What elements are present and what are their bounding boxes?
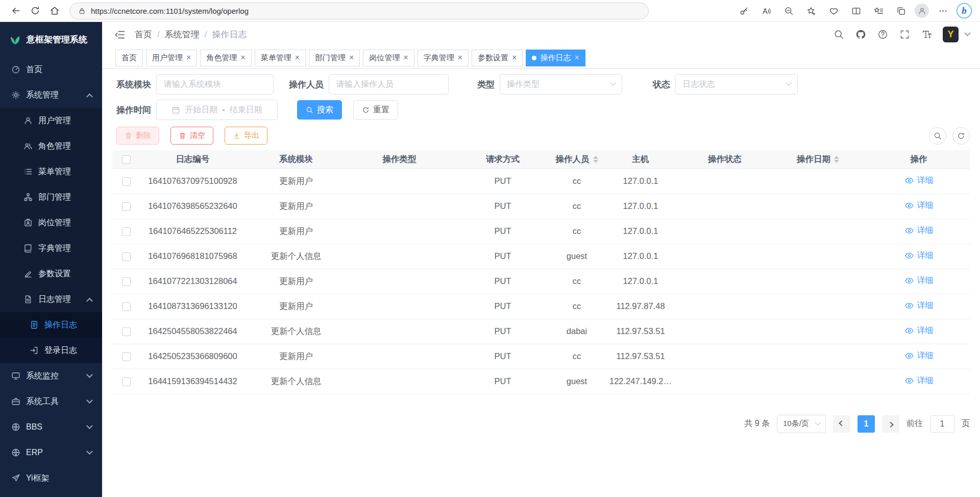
close-icon[interactable]: ×: [240, 54, 245, 62]
row-checkbox[interactable]: [122, 202, 131, 211]
next-page-button[interactable]: [882, 415, 899, 433]
chevron-down-icon[interactable]: [964, 30, 971, 36]
row-checkbox[interactable]: [122, 327, 131, 336]
type-select[interactable]: 操作类型: [500, 74, 622, 94]
collapse-sidebar-icon[interactable]: [114, 29, 126, 40]
detail-link[interactable]: 详细: [904, 175, 934, 186]
detail-link[interactable]: 详细: [904, 325, 934, 336]
date-range-picker[interactable]: 开始日期 - 结束日期: [156, 100, 278, 120]
help-icon[interactable]: [874, 26, 891, 43]
row-checkbox[interactable]: [122, 352, 131, 361]
pagination: 共 9 条 10条/页 1 前往 页: [112, 415, 970, 433]
status-select[interactable]: 日志状态: [675, 74, 798, 94]
tab-position-management[interactable]: 岗位管理×: [363, 50, 414, 66]
prev-page-button[interactable]: [833, 415, 850, 433]
more-menu-icon[interactable]: [934, 2, 951, 19]
tab-role-management[interactable]: 角色管理×: [200, 50, 251, 66]
reset-button[interactable]: 重置: [353, 100, 398, 120]
sidebar-item-menu-management[interactable]: 菜单管理: [0, 159, 102, 184]
address-bar[interactable]: https://ccnetcore.com:1101/system/log/op…: [69, 3, 649, 19]
page-number-current[interactable]: 1: [857, 415, 875, 433]
breadcrumb-system-management[interactable]: 系统管理: [165, 29, 200, 40]
tab-user-management[interactable]: 用户管理×: [146, 50, 197, 66]
zoom-out-icon[interactable]: [780, 2, 797, 19]
sidebar-item-department-management[interactable]: 部门管理: [0, 184, 102, 210]
detail-link[interactable]: 详细: [904, 350, 934, 361]
github-icon[interactable]: [852, 26, 869, 43]
sidebar-item-log-management[interactable]: 日志管理: [0, 287, 102, 312]
select-all-checkbox[interactable]: [122, 155, 131, 164]
row-checkbox[interactable]: [122, 252, 131, 261]
close-icon[interactable]: ×: [295, 54, 300, 62]
close-icon[interactable]: ×: [403, 54, 408, 62]
sidebar-item-user-management[interactable]: 用户管理: [0, 108, 102, 133]
detail-link[interactable]: 详细: [904, 225, 934, 236]
sidebar-item-dictionary-management[interactable]: 字典管理: [0, 235, 102, 261]
collections-icon[interactable]: [892, 2, 910, 19]
sidebar-item-login-log[interactable]: 登录日志: [0, 338, 102, 363]
page-size-select[interactable]: 10条/页: [777, 415, 826, 433]
sidebar-item-system-tools[interactable]: 系统工具: [0, 389, 102, 414]
row-checkbox[interactable]: [122, 277, 131, 286]
sidebar-item-role-management[interactable]: 角色管理: [0, 133, 102, 159]
browser-back-button[interactable]: [6, 2, 26, 20]
favorite-add-icon[interactable]: [802, 2, 820, 19]
sidebar-item-operation-log[interactable]: 操作日志: [0, 312, 102, 338]
browser-profile-avatar[interactable]: [915, 4, 929, 18]
split-screen-icon[interactable]: [847, 2, 865, 19]
detail-link[interactable]: 详细: [904, 250, 934, 261]
close-icon[interactable]: ×: [458, 54, 462, 62]
favorites-bar-icon[interactable]: [870, 2, 887, 19]
delete-button[interactable]: 删除: [116, 127, 159, 145]
login-icon: [30, 346, 39, 355]
row-checkbox[interactable]: [122, 377, 131, 386]
tab-menu-management[interactable]: 菜单管理×: [255, 50, 306, 66]
detail-link[interactable]: 详细: [904, 300, 934, 311]
detail-link[interactable]: 详细: [904, 200, 934, 211]
tab-home[interactable]: 首页: [115, 50, 143, 66]
sidebar-item-position-management[interactable]: 岗位管理: [0, 210, 102, 235]
tab-parameter-settings[interactable]: 参数设置×: [472, 50, 523, 66]
row-checkbox[interactable]: [122, 227, 131, 236]
close-icon[interactable]: ×: [349, 54, 354, 62]
users-icon: [23, 141, 33, 151]
browser-refresh-button[interactable]: [26, 2, 45, 20]
sidebar-item-system-monitor[interactable]: 系统监控: [0, 363, 102, 389]
detail-link[interactable]: 详细: [904, 275, 934, 286]
sort-icon[interactable]: [593, 156, 598, 163]
goto-page-input[interactable]: [930, 415, 954, 433]
user-avatar[interactable]: Y: [943, 27, 959, 42]
browser-home-button[interactable]: [45, 2, 64, 20]
sidebar-item-home[interactable]: 首页: [0, 57, 102, 82]
tab-operation-log[interactable]: 操作日志×: [526, 50, 585, 66]
close-icon[interactable]: ×: [186, 54, 191, 62]
read-aloud-icon[interactable]: [757, 2, 775, 19]
sidebar-item-yi-framework[interactable]: Yi框架: [0, 465, 102, 491]
module-input[interactable]: [156, 74, 274, 94]
copilot-bing-icon[interactable]: b: [957, 3, 972, 18]
search-button[interactable]: 搜索: [297, 100, 342, 120]
export-button[interactable]: 导出: [225, 127, 267, 145]
table-refresh-button[interactable]: [952, 127, 970, 145]
close-icon[interactable]: ×: [512, 54, 517, 62]
sidebar-item-parameter-settings[interactable]: 参数设置: [0, 261, 102, 287]
browser-essentials-icon[interactable]: [825, 2, 842, 19]
row-checkbox[interactable]: [122, 302, 131, 311]
font-size-icon[interactable]: [918, 26, 935, 43]
sidebar-item-erp[interactable]: ERP: [0, 440, 102, 465]
password-key-icon[interactable]: [735, 2, 752, 19]
table-search-toggle[interactable]: [929, 127, 946, 145]
operator-input[interactable]: [329, 74, 449, 94]
breadcrumb-home[interactable]: 首页: [135, 29, 152, 40]
close-icon[interactable]: ×: [574, 54, 579, 62]
tab-department-management[interactable]: 部门管理×: [309, 50, 360, 66]
row-checkbox[interactable]: [122, 177, 131, 186]
fullscreen-icon[interactable]: [896, 26, 913, 43]
detail-link[interactable]: 详细: [904, 375, 934, 386]
clear-button[interactable]: 清空: [170, 127, 213, 145]
header-search-icon[interactable]: [830, 26, 847, 43]
sidebar-item-system-management[interactable]: 系统管理: [0, 82, 102, 108]
sort-icon[interactable]: [834, 156, 839, 163]
tab-dictionary-management[interactable]: 字典管理×: [418, 50, 469, 66]
sidebar-item-bbs[interactable]: BBS: [0, 414, 102, 440]
